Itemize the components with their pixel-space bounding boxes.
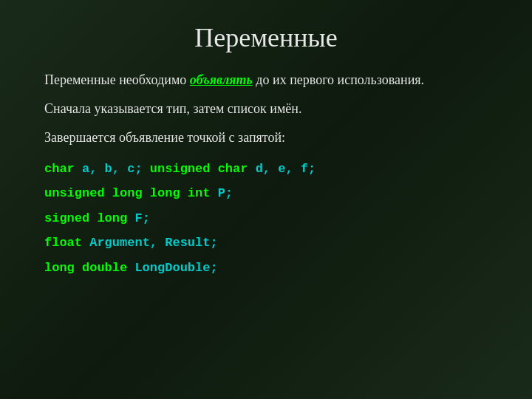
p1-highlight: объявлять — [190, 72, 253, 87]
code-line-4: float Argument, Result; — [44, 233, 488, 253]
kw-long-double: long double — [44, 261, 127, 275]
kw-unsigned-long-long-int: unsigned long long int — [44, 186, 210, 200]
slide: Переменные Переменные необходимо объявля… — [0, 0, 532, 399]
code-line-5: long double LongDouble; — [44, 259, 488, 278]
code-punct-2: d, e, f; — [248, 162, 316, 176]
code-block: char a, b, c; unsigned char d, e, f; uns… — [44, 160, 488, 278]
paragraph-2: Сначала указывается тип, затем список им… — [44, 100, 488, 118]
id-argument-result: Argument, Result — [82, 236, 210, 250]
paragraph-1: Переменные необходимо объявлять до их пе… — [44, 71, 488, 89]
code-semi-3: ; — [143, 211, 150, 225]
code-semi-5: ; — [210, 261, 217, 275]
code-semi-4: ; — [210, 236, 217, 250]
content-area: Переменные необходимо объявлять до их пе… — [44, 71, 488, 277]
kw-char: char — [44, 162, 75, 176]
kw-unsigned-char: unsigned char — [150, 162, 248, 176]
kw-float: float — [44, 236, 82, 250]
code-line-1: char a, b, c; unsigned char d, e, f; — [44, 160, 488, 179]
p1-suffix: до их первого использования. — [253, 72, 424, 87]
paragraph-3: Завершается объявление точкой с запятой: — [44, 129, 488, 147]
p1-prefix: Переменные необходимо — [44, 72, 190, 87]
id-P: P — [210, 186, 225, 200]
id-longdouble: LongDouble — [127, 261, 210, 275]
slide-title: Переменные — [44, 22, 488, 53]
code-line-3: signed long F; — [44, 209, 488, 228]
kw-signed-long: signed long — [44, 211, 127, 225]
code-semi-2: ; — [225, 186, 233, 200]
code-line-2: unsigned long long int P; — [44, 184, 488, 203]
code-punct: a, b, c; — [75, 162, 150, 176]
id-F: F — [127, 211, 142, 225]
